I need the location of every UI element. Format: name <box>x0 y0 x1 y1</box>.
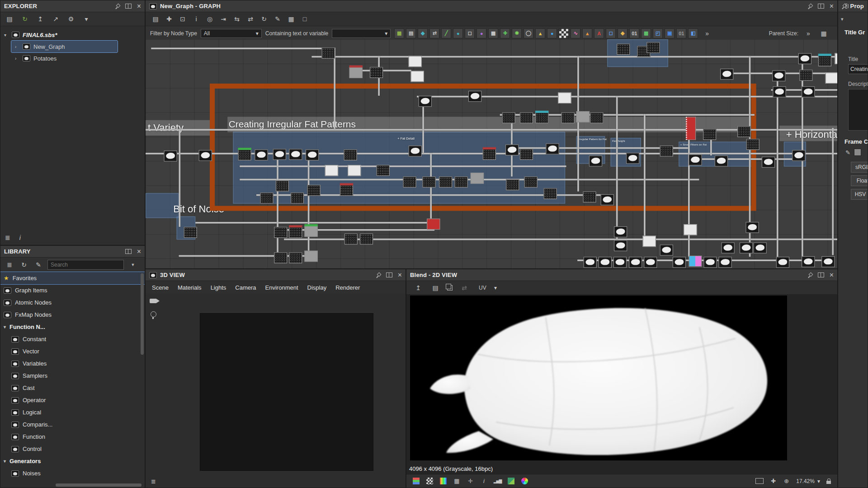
menu-environment[interactable]: Environment <box>261 284 303 291</box>
graph-node[interactable] <box>802 256 815 267</box>
pin-icon[interactable] <box>115 4 120 9</box>
split-window-icon[interactable] <box>386 272 392 277</box>
library-item-graph-items[interactable]: Graph Items <box>0 284 145 296</box>
library-vertical-scrollbar[interactable] <box>141 273 144 355</box>
graph-tool-save-icon[interactable]: ▤ <box>150 14 161 24</box>
parent-size-expand-icon[interactable]: » <box>803 28 814 38</box>
library-item-generators[interactable]: ▾Generators <box>0 455 145 467</box>
filter-chip-11[interactable]: ◯ <box>524 28 533 38</box>
graph-node[interactable] <box>304 226 317 237</box>
graph-tool-info-icon[interactable]: i <box>191 14 202 24</box>
hsv-button[interactable]: HSV▾ <box>851 189 868 200</box>
library-item-variables[interactable]: Variables <box>0 357 145 370</box>
graph-node[interactable] <box>306 150 319 160</box>
frame-color-group-header[interactable]: Frame C <box>844 138 868 145</box>
search-input[interactable] <box>47 260 124 270</box>
copy-icon[interactable] <box>447 285 453 291</box>
filter-text-select[interactable]: ▾ <box>332 29 391 38</box>
graph-node[interactable] <box>646 42 660 53</box>
filter-chip-25[interactable]: ◧ <box>688 28 698 38</box>
info-icon[interactable]: i <box>481 478 487 484</box>
filter-chip-3[interactable]: ⇄ <box>429 28 439 38</box>
graph-node[interactable] <box>792 150 805 161</box>
filter-chip-23[interactable]: ▣ <box>665 28 675 38</box>
info-icon[interactable]: i <box>19 234 21 241</box>
filter-chip-4[interactable]: ╱ <box>441 28 451 38</box>
color-swatch[interactable] <box>854 149 861 156</box>
menu-materials[interactable]: Materials <box>173 284 206 291</box>
graph-tool-pen-icon[interactable]: ✎ <box>272 14 283 24</box>
graph-node[interactable] <box>468 91 481 102</box>
graph-node[interactable] <box>349 67 363 78</box>
graph-node[interactable] <box>617 44 630 55</box>
graph-node[interactable] <box>576 111 590 122</box>
split-window-icon[interactable] <box>818 4 824 9</box>
tree-item-potatoes[interactable]: ›Potatoes <box>11 52 145 64</box>
graph-node[interactable] <box>325 165 338 176</box>
srgb-button[interactable]: sRGB <box>851 162 868 173</box>
camera-icon[interactable] <box>150 299 157 303</box>
graph-tool-stats-icon[interactable]: ▦ <box>286 14 297 24</box>
menu-renderer[interactable]: Renderer <box>331 284 364 291</box>
graph-tool-loop-icon[interactable]: ↻ <box>259 14 269 24</box>
refresh-icon[interactable]: ↻ <box>19 260 29 270</box>
graph-node[interactable] <box>614 240 627 251</box>
uv-select[interactable]: UV▾ <box>476 283 500 292</box>
graph-node[interactable] <box>684 224 697 235</box>
graph-node[interactable] <box>505 145 519 155</box>
graph-node[interactable] <box>558 93 571 103</box>
close-icon[interactable]: × <box>137 3 141 10</box>
explorer-tool-link-icon[interactable]: ↗ <box>50 14 61 24</box>
filter-chip-20[interactable]: 01 <box>629 28 639 38</box>
library-horizontal-scrollbar[interactable] <box>56 483 142 487</box>
close-icon[interactable]: × <box>830 3 834 10</box>
graph-node[interactable] <box>745 222 759 233</box>
filter-type-select[interactable]: All▾ <box>201 29 262 38</box>
graph-node[interactable] <box>164 150 177 161</box>
graph-node[interactable] <box>660 244 673 255</box>
graph-tool-transform-icon[interactable]: ✚ <box>164 14 175 24</box>
graph-node[interactable] <box>273 149 286 160</box>
scene-tree-icon[interactable]: ≣ <box>151 478 156 485</box>
library-item-atomic-nodes[interactable]: Atomic Nodes <box>0 296 145 309</box>
filter-chip-21[interactable]: ▦ <box>641 28 651 38</box>
graph-node[interactable] <box>274 227 287 238</box>
graph-node[interactable] <box>802 86 815 97</box>
graph-node[interactable] <box>718 257 731 267</box>
graph-node[interactable] <box>520 149 533 160</box>
graph-node[interactable] <box>673 257 686 267</box>
graph-node[interactable] <box>260 192 273 203</box>
explorer-tool-more-icon[interactable]: ▾ <box>81 14 92 24</box>
graph-node[interactable] <box>304 251 317 262</box>
view3d-render-area[interactable] <box>200 313 373 471</box>
view2d-canvas[interactable]: 4096 x 4096 (Grayscale, 16bpc) <box>406 294 837 474</box>
graph-node[interactable] <box>826 72 838 83</box>
library-item-constant[interactable]: Constant <box>0 333 145 345</box>
more-icon[interactable]: » <box>142 260 145 270</box>
split-window-icon[interactable] <box>818 272 824 277</box>
graph-node[interactable] <box>643 236 656 247</box>
graph-node[interactable] <box>590 113 603 123</box>
graph-node[interactable] <box>584 257 597 267</box>
library-item-operator[interactable]: Operator <box>0 394 145 406</box>
graph-node[interactable] <box>307 185 321 196</box>
chevron-down-icon[interactable]: ▾ <box>4 33 9 38</box>
chevron-down-icon[interactable]: ▾ <box>4 324 6 329</box>
library-item-noises[interactable]: Noises <box>0 467 145 479</box>
graph-node[interactable] <box>483 149 496 160</box>
filter-chip-6[interactable]: ◻ <box>465 28 475 38</box>
graph-node[interactable] <box>344 150 357 160</box>
graph-node[interactable] <box>520 113 533 123</box>
description-textarea[interactable] <box>848 89 868 131</box>
grid-icon[interactable]: ▦ <box>453 478 460 484</box>
graph-node[interactable] <box>629 257 642 267</box>
lock-icon[interactable] <box>826 481 831 484</box>
export-icon[interactable]: ↥ <box>413 283 424 293</box>
close-icon[interactable]: × <box>830 272 834 279</box>
explorer-tool-save-icon[interactable]: ▤ <box>4 14 15 24</box>
graph-tool-zoom-icon[interactable]: ◎ <box>204 14 215 24</box>
graph-node[interactable] <box>686 117 696 140</box>
graph-node[interactable] <box>344 234 358 244</box>
graph-canvas[interactable]: Irregular Pattern for Fat+ Small Fibers … <box>146 39 838 269</box>
graph-node[interactable] <box>506 179 519 190</box>
